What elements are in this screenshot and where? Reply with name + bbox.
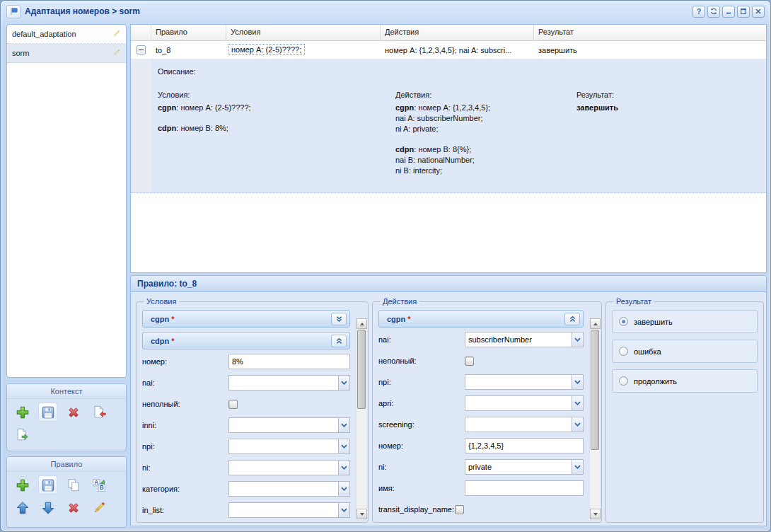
grid-header-conditions[interactable]: Условия [226,25,381,40]
conditions-scrollbar[interactable] [356,318,366,519]
result-option-error[interactable]: ошибка [612,340,758,363]
collapse-cgpn-actions-button[interactable] [564,313,580,325]
context-item-default-adaptation[interactable]: default_adaptation [7,25,126,44]
act-ni-combo[interactable] [465,459,584,475]
radio-icon[interactable] [619,347,628,356]
help-button[interactable]: ? [692,6,705,18]
combo-trigger[interactable] [338,460,350,475]
cond-inni-combo[interactable] [228,417,350,433]
focused-cell[interactable]: номер A: (2-5)????; [228,44,305,55]
result-option-finish[interactable]: завершить [612,310,758,333]
cond-npi-row: npi: [142,439,350,454]
act-nai-combo[interactable] [465,332,584,347]
act-transit-checkbox[interactable] [455,505,464,514]
save-context-button[interactable] [38,403,57,422]
act-apri-combo[interactable] [465,395,584,411]
save-icon [40,478,56,493]
scroll-thumb[interactable] [591,330,599,450]
combo-trigger[interactable] [572,332,584,347]
combo-trigger[interactable] [338,375,350,391]
cgpn-actions-header[interactable]: cgpn * [378,310,584,328]
expand-cgpn-button[interactable] [331,313,347,325]
window-tools: ? [692,6,765,18]
act-nai-input[interactable] [465,332,572,347]
result-option-continue[interactable]: продолжить [612,369,758,393]
add-rule-button[interactable] [13,475,32,495]
act-npi-combo[interactable] [465,374,584,390]
act-npi-input[interactable] [465,374,572,390]
grid-header-actions[interactable]: Действия [381,25,534,40]
combo-trigger[interactable] [572,395,584,411]
scroll-down-button[interactable] [590,509,601,519]
scroll-up-button[interactable] [356,318,367,329]
edit-pencil-icon[interactable] [112,48,121,59]
move-rule-down-button[interactable] [38,498,57,517]
context-item-sorm[interactable]: sorm [7,44,126,63]
combo-trigger[interactable] [572,374,584,390]
cond-category-input[interactable] [228,481,338,497]
act-ni-input[interactable] [465,459,572,475]
scroll-up-button[interactable] [590,318,601,329]
actions-scrollbar[interactable] [589,318,600,519]
cond-in-list-combo[interactable] [228,502,350,518]
detail-actions-title: Действия: [395,90,490,100]
export-context-button[interactable] [13,425,32,444]
scroll-down-button[interactable] [356,509,367,519]
app-window: Адаптация номеров > sorm ? default_adapt… [0,0,771,532]
cgpn-header-label: cgpn [387,315,405,323]
combo-trigger[interactable] [338,417,350,433]
cond-npi-input[interactable] [228,439,338,454]
cond-nai-input[interactable] [228,375,338,391]
close-button[interactable] [752,6,765,18]
cond-nai-combo[interactable] [228,375,350,391]
move-rule-up-button[interactable] [13,498,32,517]
cond-inni-input[interactable] [228,417,338,433]
combo-trigger[interactable] [572,417,584,432]
grid-header-rule[interactable]: Правило [151,25,226,40]
cgpn-conditions-header[interactable]: cgpn * [142,310,350,328]
maximize-button[interactable] [737,6,750,18]
cond-in-list-input[interactable] [228,502,338,518]
cond-npi-combo[interactable] [228,439,350,454]
collapse-cdpn-button[interactable] [331,335,347,347]
act-transit-label: transit_display_name: [378,505,454,514]
save-rule-button[interactable] [38,475,57,495]
act-number-input[interactable] [465,438,584,453]
combo-trigger[interactable] [572,459,584,475]
radio-icon[interactable] [619,317,628,326]
cdpn-conditions-header[interactable]: cdpn * [142,332,350,349]
cond-category-combo[interactable] [228,481,350,497]
rename-rule-button[interactable]: AB [89,475,108,495]
cond-number-input[interactable] [228,354,350,369]
act-name-input[interactable] [465,480,584,496]
copy-rule-button[interactable] [64,475,83,495]
grid-row-to-8[interactable]: to_8 номер A: (2-5)????; номер A: {1,2,3… [131,41,766,59]
act-incomplete-checkbox[interactable] [465,357,474,366]
result-option-label: завершить [634,318,673,326]
act-screening-combo[interactable] [465,417,584,432]
delete-rule-button[interactable] [64,498,83,517]
combo-trigger[interactable] [338,502,350,518]
grid-header-result[interactable]: Результат [534,25,766,40]
act-screening-input[interactable] [465,417,572,432]
refresh-button[interactable] [707,6,720,18]
edit-pencil-icon[interactable] [112,29,121,40]
cond-ni-combo[interactable] [228,460,350,475]
collapse-row-icon[interactable] [137,45,146,54]
import-context-button[interactable] [89,403,108,422]
cond-ni-input[interactable] [228,460,338,475]
radio-icon[interactable] [619,376,628,386]
scroll-thumb[interactable] [357,330,366,409]
act-apri-input[interactable] [465,395,572,411]
cond-category-row: категория: [142,481,350,497]
result-fieldset: Результат завершить ошибка продолжить [605,297,764,523]
detail-result-value: завершить [576,103,618,113]
add-context-button[interactable] [13,403,32,422]
combo-trigger[interactable] [338,439,350,454]
minimize-button[interactable] [722,6,735,18]
combo-trigger[interactable] [338,481,350,497]
delete-context-button[interactable] [64,403,83,422]
cond-incomplete-checkbox[interactable] [228,400,238,409]
edit-rule-button[interactable] [89,498,108,517]
pencil-icon [91,500,107,516]
